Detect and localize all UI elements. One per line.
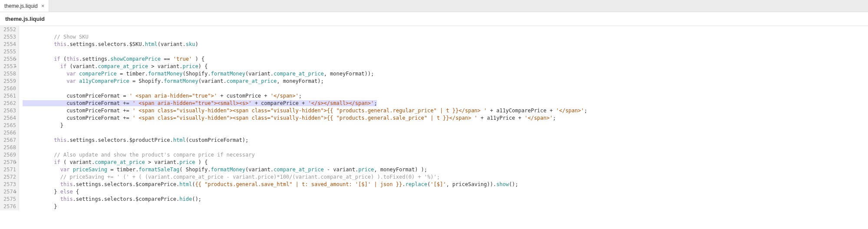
code-line: this.settings.selectors.$SKU.html(varian…: [19, 41, 868, 48]
code-line: var priceSaving = timber.formatSaleTag( …: [19, 166, 868, 173]
line-number: 2559: [2, 78, 16, 85]
tab-label: theme.js.liquid: [4, 3, 38, 9]
close-icon[interactable]: ×: [41, 3, 45, 9]
fold-icon[interactable]: ▾: [14, 56, 17, 63]
line-number: 2574▾: [2, 188, 16, 196]
code-line: customPriceFormat += ' <span aria-hidden…: [19, 100, 868, 107]
code-line: var a11yComparePrice = Shopify.formatMon…: [19, 78, 868, 85]
line-number: 2560: [2, 85, 16, 92]
line-number: 2557▾: [2, 63, 16, 70]
code-line: this.settings.selectors.$comparePrice.ht…: [19, 181, 868, 188]
code-line: // priceSaving += ' (' + ( (variant.comp…: [19, 173, 868, 181]
line-number: 2572: [2, 173, 16, 181]
line-number: 2568: [2, 144, 16, 151]
code-line: if ( variant.compare_at_price > variant.…: [19, 159, 868, 166]
line-number: 2564: [2, 114, 16, 122]
code-line: [19, 48, 868, 56]
code-editor[interactable]: 25522553255425552556▾2557▾25582559256025…: [0, 26, 868, 210]
code-line: [19, 85, 868, 92]
fold-icon[interactable]: ▾: [14, 188, 17, 196]
code-column[interactable]: // Show SKU this.settings.selectors.$SKU…: [19, 26, 868, 210]
code-line: customPriceFormat += ' <span class="visu…: [19, 114, 868, 122]
line-number: 2555: [2, 48, 16, 56]
line-number: 2566: [2, 129, 16, 137]
code-line: }: [19, 203, 868, 210]
line-number-gutter: 25522553255425552556▾2557▾25582559256025…: [0, 26, 19, 210]
code-line: var comparePrice = timber.formatMoney(Sh…: [19, 70, 868, 78]
line-number: 2552: [2, 26, 16, 33]
tab-bar: theme.js.liquid ×: [0, 0, 868, 12]
fold-icon[interactable]: ▾: [14, 159, 17, 166]
line-number: 2575: [2, 196, 16, 203]
line-number: 2570▾: [2, 159, 16, 166]
code-line: // Show SKU: [19, 33, 868, 41]
tab-theme-js-liquid[interactable]: theme.js.liquid ×: [0, 0, 49, 12]
line-number: 2561: [2, 92, 16, 100]
line-number: 2553: [2, 33, 16, 41]
code-line: this.settings.selectors.$productPrice.ht…: [19, 137, 868, 144]
line-number: 2556▾: [2, 56, 16, 63]
code-line: [19, 129, 868, 137]
code-line: // Also update and show the product's co…: [19, 151, 868, 159]
line-number: 2573: [2, 181, 16, 188]
code-line: if (variant.compare_at_price > variant.p…: [19, 63, 868, 70]
fold-icon[interactable]: ▾: [14, 63, 17, 70]
line-number: 2554: [2, 41, 16, 48]
line-number: 2562: [2, 100, 16, 107]
line-number: 2571: [2, 166, 16, 173]
code-line: } else {: [19, 188, 868, 196]
line-number: 2563: [2, 107, 16, 114]
code-line: }: [19, 122, 868, 129]
code-line: [19, 26, 868, 33]
code-line: customPriceFormat = ' <span aria-hidden=…: [19, 92, 868, 100]
code-line: customPriceFormat += ' <span class="visu…: [19, 107, 868, 114]
file-title: theme.js.liquid: [0, 12, 868, 26]
line-number: 2569: [2, 151, 16, 159]
line-number: 2567: [2, 137, 16, 144]
line-number: 2565: [2, 122, 16, 129]
line-number: 2558: [2, 70, 16, 78]
code-line: [19, 144, 868, 151]
code-line: this.settings.selectors.$comparePrice.hi…: [19, 196, 868, 203]
line-number: 2576: [2, 203, 16, 210]
code-line: if (this.settings.showComparePrice == 't…: [19, 56, 868, 63]
